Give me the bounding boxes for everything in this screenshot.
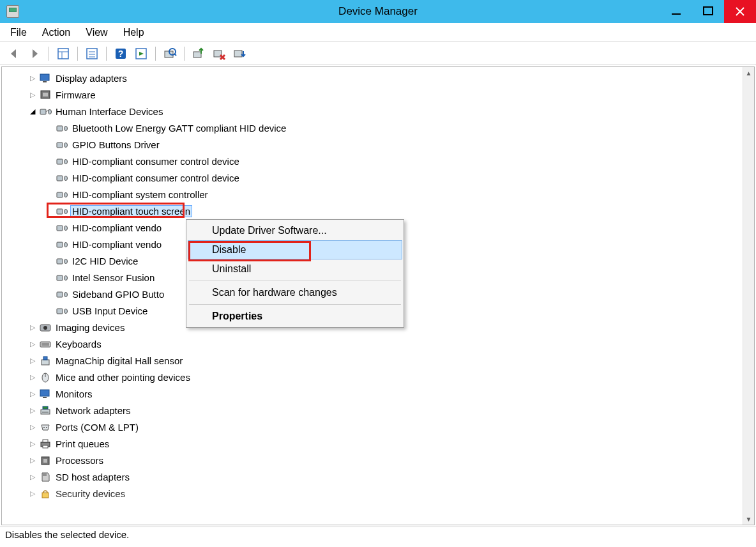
tree-category-processors[interactable]: ▷ Processors [10, 452, 743, 468]
tree-item-hid-system-controller[interactable]: HID-compliant system controller [10, 186, 743, 203]
tree-category-firmware[interactable]: ▷ Firmware [10, 86, 743, 103]
ctx-separator [189, 281, 401, 281]
expander-icon[interactable]: ◢ [27, 107, 38, 116]
expander-icon[interactable]: ▷ [27, 489, 38, 498]
expander-icon[interactable]: ▷ [27, 340, 38, 348]
expander-icon[interactable]: ▷ [27, 423, 38, 431]
tree-label: Processors [56, 455, 103, 466]
tree-item-hid-touch-screen[interactable]: HID-compliant touch screen [10, 203, 743, 219]
disable-button[interactable] [231, 45, 248, 63]
tree-label: Security devices [56, 488, 125, 499]
svg-rect-76 [42, 493, 49, 498]
menu-file[interactable]: File [4, 24, 36, 41]
tree-category-print-queues[interactable]: ▷ Print queues [10, 435, 743, 452]
tree-category-hid[interactable]: ◢ Human Interface Devices [10, 103, 743, 119]
svg-rect-38 [57, 209, 63, 214]
hid-device-icon [56, 272, 68, 283]
svg-rect-25 [43, 93, 48, 96]
svg-point-37 [64, 193, 68, 197]
tree-label: HID-compliant touch screen [70, 205, 192, 217]
hid-device-icon [56, 139, 68, 150]
menu-help[interactable]: Help [117, 24, 153, 41]
tree-category-display-adapters[interactable]: ▷ Display adapters [10, 70, 743, 86]
ctx-disable[interactable]: Disable [188, 240, 402, 259]
tree-label: Firmware [56, 89, 96, 100]
expander-icon[interactable]: ▷ [27, 74, 38, 82]
printer-icon [39, 438, 52, 449]
mouse-icon [39, 371, 52, 383]
ctx-scan[interactable]: Scan for hardware changes [188, 283, 402, 302]
keyboard-icon [39, 338, 52, 350]
ctx-properties[interactable]: Properties [188, 307, 402, 326]
ctx-separator [189, 304, 401, 305]
tree-category-monitors[interactable]: ▷ Monitors [10, 385, 743, 402]
scan-hardware-button[interactable] [161, 45, 179, 63]
expander-icon[interactable]: ▷ [27, 323, 38, 332]
tree-category-ports[interactable]: ▷ Ports (COM & LPT) [10, 419, 743, 435]
display-adapter-icon [39, 72, 52, 84]
svg-point-47 [64, 276, 68, 281]
ports-icon [39, 421, 52, 433]
tree-label: HID-compliant vendo [72, 222, 162, 233]
svg-rect-48 [57, 292, 63, 297]
minimize-button[interactable] [660, 0, 692, 23]
svg-rect-40 [57, 226, 63, 231]
tree-item-hid-consumer-1[interactable]: HID-compliant consumer control device [10, 153, 743, 169]
expander-icon[interactable]: ▷ [27, 456, 38, 465]
svg-rect-17 [193, 52, 201, 58]
expander-icon[interactable]: ▷ [27, 357, 38, 365]
uninstall-button[interactable] [210, 45, 228, 63]
vertical-scrollbar[interactable]: ▲ ▼ [743, 67, 754, 525]
svg-rect-46 [57, 275, 63, 281]
menu-view[interactable]: View [79, 24, 116, 41]
scroll-up-icon[interactable]: ▲ [743, 67, 754, 79]
tree-item-gpio-buttons[interactable]: GPIO Buttons Driver [10, 136, 743, 153]
expander-icon[interactable]: ▷ [27, 373, 38, 381]
tree-category-security[interactable]: ▷ Security devices [10, 485, 743, 502]
close-button[interactable] [724, 0, 756, 23]
svg-point-31 [64, 143, 68, 148]
properties-button[interactable] [83, 45, 101, 63]
svg-rect-34 [57, 176, 63, 181]
tree-label: GPIO Buttons Driver [72, 139, 160, 150]
status-text: Disables the selected device. [5, 529, 129, 540]
expander-icon[interactable]: ▷ [27, 390, 38, 398]
tree-item-hid-consumer-2[interactable]: HID-compliant consumer control device [10, 169, 743, 186]
ctx-update-driver[interactable]: Update Driver Software... [188, 221, 402, 240]
svg-rect-36 [57, 192, 63, 197]
toolbar-separator [155, 47, 156, 61]
action-button[interactable] [132, 45, 150, 63]
ctx-uninstall[interactable]: Uninstall [188, 259, 402, 279]
tree-label: HID-compliant vendo [72, 239, 162, 250]
expander-icon[interactable]: ▷ [27, 91, 38, 99]
scroll-down-icon[interactable]: ▼ [743, 513, 754, 525]
svg-point-39 [64, 210, 68, 214]
tree-label: USB Input Device [72, 305, 147, 316]
hid-device-icon [56, 222, 68, 233]
show-hide-tree-button[interactable] [54, 45, 72, 63]
menu-action[interactable]: Action [36, 24, 79, 41]
expander-icon[interactable]: ▷ [27, 440, 38, 448]
device-tree[interactable]: ▷ Display adapters ▷ Firmware ◢ Human In… [2, 67, 743, 525]
svg-rect-21 [234, 50, 242, 57]
expander-icon[interactable]: ▷ [27, 406, 38, 415]
svg-rect-61 [40, 390, 49, 396]
expander-icon[interactable]: ▷ [27, 473, 38, 481]
svg-point-53 [43, 326, 47, 330]
svg-rect-54 [40, 342, 50, 347]
help-button[interactable]: ? [112, 45, 130, 63]
menu-bar: File Action View Help [0, 23, 756, 42]
hid-device-icon [56, 205, 68, 217]
maximize-button[interactable] [692, 0, 724, 23]
tree-category-network[interactable]: ▷ Network adapters [10, 402, 743, 419]
back-button[interactable] [5, 45, 23, 63]
tree-category-magnachip[interactable]: ▷ MagnaChip digital Hall sensor [10, 352, 743, 369]
tree-item-ble-hid[interactable]: Bluetooth Low Energy GATT compliant HID … [10, 119, 743, 136]
window-buttons [660, 0, 756, 23]
tree-category-sd-host[interactable]: ▷ SD host adapters [10, 468, 743, 485]
hid-device-icon [56, 255, 68, 266]
update-driver-button[interactable] [190, 45, 208, 63]
tree-category-keyboards[interactable]: ▷ Keyboards [10, 335, 743, 352]
tree-category-mice[interactable]: ▷ Mice and other pointing devices [10, 369, 743, 385]
forward-button[interactable] [26, 45, 43, 63]
